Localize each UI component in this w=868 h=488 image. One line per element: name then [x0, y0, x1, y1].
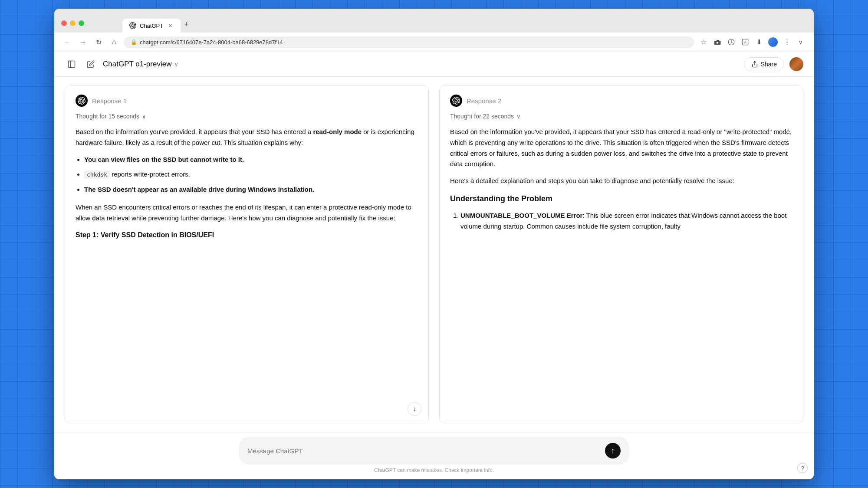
dropdown-button[interactable]: ∨ [795, 36, 807, 48]
help-button[interactable]: ? [797, 463, 808, 473]
response-2-body: Based on the information you've provided… [450, 127, 792, 239]
refresh-button[interactable]: ↻ [92, 36, 105, 48]
response-1-para2: When an SSD encounters critical errors o… [76, 202, 418, 224]
app-title: ChatGPT o1-preview ∨ [103, 60, 178, 69]
bullet-1-bold: You can view files on the SSD but cannot… [84, 156, 244, 163]
share-ext-button[interactable] [739, 36, 751, 48]
back-button[interactable]: ← [61, 36, 73, 48]
profile-button[interactable] [767, 36, 779, 48]
tab-label: ChatGPT [140, 23, 163, 29]
response-2-label: Response 2 [467, 97, 501, 105]
app-header: ChatGPT o1-preview ∨ Share [54, 52, 814, 77]
title-chevron-icon: ∨ [174, 61, 178, 68]
download-button[interactable]: ⬇ [753, 36, 765, 48]
footer-text: ChatGPT can make mistakes. Check importa… [65, 465, 803, 478]
lock-icon: 🔒 [131, 39, 137, 45]
title-bar: ChatGPT ✕ + [54, 9, 814, 33]
bullet-item-1: You can view files on the SSD but cannot… [84, 154, 418, 165]
response-2-intro-para: Based on the information you've provided… [450, 127, 792, 170]
message-input[interactable] [247, 447, 600, 455]
share-label: Share [761, 61, 777, 68]
more-button[interactable]: ⋮ [781, 36, 793, 48]
chkdsk-code: chkdsk [84, 170, 110, 179]
bullet-item-2: chkdsk reports write-protect errors. [84, 169, 418, 180]
scroll-down-button[interactable]: ↓ [408, 402, 421, 416]
responses-area: Response 1 Thought for 15 seconds ∨ Base… [54, 77, 814, 432]
response-1-thought-row[interactable]: Thought for 15 seconds ∨ [76, 113, 418, 120]
bullet-3-bold: The SSD doesn't appear as an available d… [84, 186, 314, 193]
header-left: ChatGPT o1-preview ∨ [65, 57, 178, 71]
chatgpt-icon-1 [76, 95, 88, 107]
browser-actions: ☆ ⬇ ⋮ ∨ [697, 36, 807, 48]
browser-chrome: ChatGPT ✕ + ← → ↻ ⌂ 🔒 chatgpt.com/c/6716… [54, 9, 814, 52]
browser-window: ChatGPT ✕ + ← → ↻ ⌂ 🔒 chatgpt.com/c/6716… [54, 9, 814, 479]
thought-2-text: Thought for 22 seconds [450, 113, 514, 120]
response-card-2: Response 2 Thought for 22 seconds ∨ Base… [439, 85, 803, 423]
main-content: Response 1 Thought for 15 seconds ∨ Base… [54, 77, 814, 479]
tab-close-button[interactable]: ✕ [167, 22, 174, 29]
avatar[interactable] [789, 57, 803, 71]
url-bar[interactable]: 🔒 chatgpt.com/c/6716407e-7a24-8004-ba68-… [124, 36, 694, 48]
response-2-header: Response 2 [450, 95, 792, 107]
response-2-ordered-list: UNMOUNTABLE_BOOT_VOLUME Error: This blue… [460, 210, 792, 232]
maximize-button[interactable] [79, 20, 84, 26]
understanding-heading: Understanding the Problem [450, 193, 792, 206]
extensions-button[interactable] [711, 36, 723, 48]
send-button[interactable]: ↑ [605, 443, 621, 459]
share-button[interactable]: Share [744, 57, 784, 71]
forward-button[interactable]: → [77, 36, 89, 48]
ordered-item-1: UNMOUNTABLE_BOOT_VOLUME Error: This blue… [460, 210, 792, 232]
address-bar: ← → ↻ ⌂ 🔒 chatgpt.com/c/6716407e-7a24-80… [54, 33, 814, 52]
bullet-2-rest: reports write-protect errors. [112, 170, 190, 178]
active-tab[interactable]: ChatGPT ✕ [122, 19, 181, 33]
sidebar-toggle-button[interactable] [65, 57, 79, 71]
response-1-body: Based on the information you've provided… [76, 127, 418, 241]
window-controls [61, 20, 84, 26]
bullet-item-3: The SSD doesn't appear as an available d… [84, 184, 418, 195]
new-tab-button[interactable]: + [181, 16, 192, 33]
app-title-text: ChatGPT o1-preview [103, 60, 171, 69]
step-1-heading: Step 1: Verify SSD Detection in BIOS/UEF… [76, 229, 418, 241]
tab-favicon-icon [129, 22, 136, 29]
minimize-button[interactable] [70, 20, 76, 26]
url-text: chatgpt.com/c/6716407e-7a24-8004-ba68-68… [140, 39, 283, 46]
response-1-header: Response 1 [76, 95, 418, 107]
svg-rect-2 [69, 61, 75, 68]
close-button[interactable] [61, 20, 67, 26]
thought-2-chevron-icon: ∨ [516, 113, 521, 120]
tabs-bar: ChatGPT ✕ + [88, 16, 223, 33]
response-1-intro-para: Based on the information you've provided… [76, 127, 418, 148]
response-2-thought-row[interactable]: Thought for 22 seconds ∨ [450, 113, 792, 120]
thought-1-text: Thought for 15 seconds [76, 113, 139, 120]
unmountable-bold: UNMOUNTABLE_BOOT_VOLUME Error [460, 212, 582, 219]
chatgpt-icon-2 [450, 95, 462, 107]
bookmark-button[interactable]: ☆ [697, 36, 710, 48]
thought-1-chevron-icon: ∨ [142, 113, 146, 120]
input-area: ↑ ChatGPT can make mistakes. Check impor… [54, 432, 814, 479]
home-button[interactable]: ⌂ [108, 36, 120, 48]
header-right: Share [744, 57, 803, 71]
response-1-label: Response 1 [92, 97, 127, 105]
edit-button[interactable] [84, 57, 98, 71]
response-2-para2: Here's a detailed explanation and steps … [450, 176, 792, 187]
openai-ext-button[interactable] [725, 36, 737, 48]
message-input-wrapper: ↑ [239, 437, 629, 465]
bold-text-readonly: read-only mode [313, 128, 362, 135]
response-1-bullet-list: You can view files on the SSD but cannot… [84, 154, 418, 195]
response-card-1: Response 1 Thought for 15 seconds ∨ Base… [65, 85, 429, 423]
